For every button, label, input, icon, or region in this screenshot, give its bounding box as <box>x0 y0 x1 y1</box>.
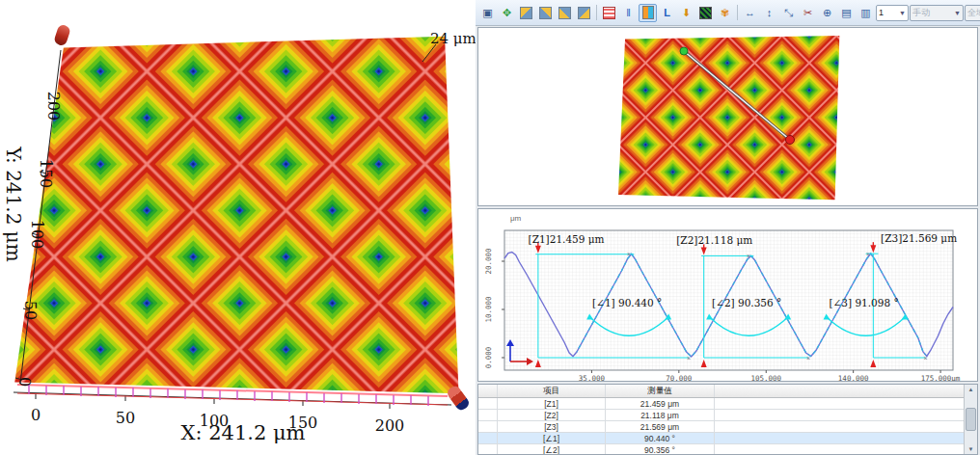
item-cell: 项目 <box>498 385 606 397</box>
table-header-row[interactable]: 项目测量值 <box>478 385 977 398</box>
cell <box>478 433 498 443</box>
cut-icon[interactable]: ✂ <box>799 4 817 22</box>
svg-text:70.000: 70.000 <box>666 374 693 381</box>
cell <box>715 444 977 455</box>
profile-chart[interactable]: μm0.00010.00020.00035.00070.000105.00014… <box>478 209 977 381</box>
svg-text:140.000: 140.000 <box>838 374 869 381</box>
cell <box>478 398 498 409</box>
y-axis-label: Y: 241.2 μm <box>2 147 25 261</box>
cell <box>715 410 977 420</box>
svg-text:0.000: 0.000 <box>484 346 493 368</box>
slope-correction-icon[interactable] <box>696 4 715 22</box>
view-cube-front-icon[interactable] <box>575 4 593 22</box>
svg-text:10.000: 10.000 <box>484 296 493 323</box>
color-scale-icon[interactable] <box>639 4 657 22</box>
svg-text:[∠1] 90.440 °: [∠1] 90.440 ° <box>592 297 662 308</box>
table-row[interactable]: [Z2]21.118 μm <box>478 410 977 421</box>
svg-text:[∠2] 90.356 °: [∠2] 90.356 ° <box>712 297 781 308</box>
y-tick: 100 <box>28 220 46 250</box>
svg-text:[Z1]21.459 μm: [Z1]21.459 μm <box>529 233 605 245</box>
toolbar: ▣✥‖L⬇✾↔↕⤡✂⊕▤▥1▼手动▼全域▼✖✦-um✓▭⧗ <box>476 0 980 26</box>
item-cell: [Z2] <box>498 410 606 420</box>
svg-text:×: × <box>806 355 810 361</box>
x-tick: 50 <box>116 409 135 427</box>
y-tick: 150 <box>37 159 55 189</box>
measure-start-point <box>680 47 688 55</box>
item-cell: [∠1] <box>498 433 606 443</box>
item-cell: [Z1] <box>498 398 606 409</box>
svg-text:105.000: 105.000 <box>750 374 781 381</box>
y-tick: 200 <box>44 92 63 121</box>
svg-text:175.000μm: 175.000μm <box>921 374 961 381</box>
svg-text:μm: μm <box>510 214 522 223</box>
y-tick: 0 <box>15 377 34 387</box>
y-tick: 50 <box>21 301 40 320</box>
svg-text:×: × <box>627 251 631 257</box>
svg-text:×: × <box>866 251 870 257</box>
fit-view-icon[interactable]: ✥ <box>498 4 516 22</box>
cell <box>478 444 498 455</box>
columns-icon[interactable]: ▥ <box>857 4 875 22</box>
value-cell: 21.118 μm <box>606 410 715 420</box>
red-grid-icon[interactable] <box>600 4 618 22</box>
svg-text:×: × <box>747 253 750 259</box>
x-tick: 100 <box>200 412 230 430</box>
value-cell: 21.459 μm <box>606 398 715 409</box>
scroll-up-button[interactable]: ▲ <box>968 385 974 394</box>
rows-icon[interactable]: ▤ <box>837 4 856 22</box>
view-cube-top-icon[interactable] <box>556 4 574 22</box>
surface-view-icon[interactable]: ▣ <box>478 4 497 22</box>
surface-3d-view[interactable]: 24 μm X: 241.2 μm Y: 241.2 μm 0501001502… <box>0 0 476 455</box>
value-cell: 21.569 μm <box>606 421 715 432</box>
analysis-panel: ▣✥‖L⬇✾↔↕⤡✂⊕▤▥1▼手动▼全域▼✖✦-um✓▭⧗ <box>476 0 980 455</box>
profile-count-select[interactable]: 1▼ <box>876 5 909 21</box>
value-cell: 90.440 ° <box>606 433 715 443</box>
cell <box>478 421 498 432</box>
measure-vertical-icon[interactable]: ↕ <box>760 4 778 22</box>
svg-text:35.000: 35.000 <box>579 374 606 381</box>
svg-text:×: × <box>924 355 928 361</box>
x-tick: 200 <box>375 416 405 435</box>
measure-diagonal-icon[interactable]: ⤡ <box>779 4 798 22</box>
table-row[interactable]: [Z3]21.569 μm <box>478 421 977 433</box>
height-annotation: 24 μm <box>430 30 476 47</box>
surface-top-image[interactable] <box>618 36 844 201</box>
x-tick: 150 <box>288 414 318 432</box>
cell <box>715 385 977 397</box>
axes-icon[interactable]: L <box>658 4 676 22</box>
table-row[interactable]: [∠1]90.440 ° <box>478 433 977 444</box>
table-row[interactable]: [∠2]90.356 ° <box>478 444 977 455</box>
item-cell: [∠2] <box>498 444 606 455</box>
cell <box>715 433 977 443</box>
table-row[interactable]: [Z1]21.459 μm <box>478 398 977 410</box>
svg-text:[Z3]21.569 μm: [Z3]21.569 μm <box>881 232 957 244</box>
svg-text:[∠3] 91.098 °: [∠3] 91.098 ° <box>829 297 898 308</box>
surface-3d-image[interactable] <box>8 25 473 401</box>
pause-icon[interactable]: ‖ <box>619 4 638 22</box>
measurement-table[interactable]: 项目测量值[Z1]21.459 μm[Z2]21.118 μm[Z3]21.56… <box>477 384 978 455</box>
x-tick: 0 <box>31 406 41 424</box>
measure-horizontal-icon[interactable]: ↔ <box>741 4 759 22</box>
cell <box>715 421 977 432</box>
scrollbar-thumb[interactable] <box>966 408 976 431</box>
svg-text:20.000: 20.000 <box>484 248 493 275</box>
view-cube-left-icon[interactable] <box>517 4 535 22</box>
center-icon[interactable]: ⊕ <box>818 4 836 22</box>
cell <box>478 385 498 397</box>
palette-icon[interactable]: ✾ <box>716 4 734 22</box>
measure-end-point <box>786 136 795 145</box>
top-view-panel[interactable] <box>477 27 978 206</box>
range-select[interactable]: 全域▼ <box>965 5 980 21</box>
view-cube-right-icon[interactable] <box>536 4 555 22</box>
cell <box>478 410 498 420</box>
scroll-down-button[interactable]: ▼ <box>968 444 974 454</box>
value-cell: 测量值 <box>606 385 715 397</box>
value-cell: 90.356 ° <box>606 444 715 455</box>
item-cell: [Z3] <box>498 421 606 432</box>
mode-select[interactable]: 手动▼ <box>910 5 964 21</box>
svg-text:×: × <box>687 355 691 361</box>
arrow-down-icon[interactable]: ⬇ <box>677 4 695 22</box>
profile-chart-panel[interactable]: μm0.00010.00020.00035.00070.000105.00014… <box>477 208 978 382</box>
table-scrollbar[interactable]: ▲ ▼ <box>964 385 977 454</box>
cell <box>715 398 977 409</box>
